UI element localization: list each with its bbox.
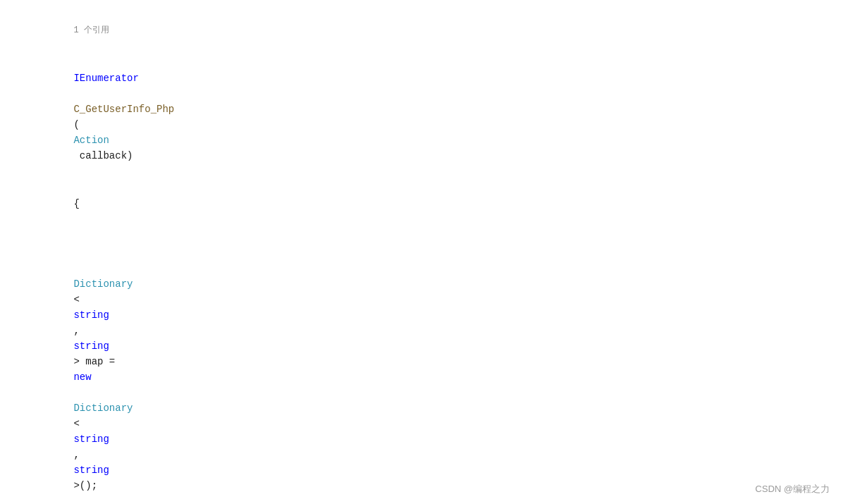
type-action: Action xyxy=(73,135,109,146)
fn-name: C_GetUserInfo_Php xyxy=(73,104,174,115)
ref-count: 1 个引用 xyxy=(73,25,109,35)
code-line-3: { xyxy=(0,180,841,228)
code-line-2: IEnumerator C_GetUserInfo_Php ( Action c… xyxy=(0,54,841,180)
code-line-ref: 1 个引用 xyxy=(0,6,841,54)
content-5: Dictionary < string , string > map = new… xyxy=(35,245,841,504)
content-4 xyxy=(35,228,841,244)
code-line-4 xyxy=(0,228,841,245)
content-3: { xyxy=(35,180,841,227)
watermark: CSDN @编程之力 xyxy=(755,483,830,496)
code-line-5: Dictionary < string , string > map = new… xyxy=(0,245,841,504)
line-content: 1 个引用 xyxy=(35,6,841,54)
plain-space xyxy=(73,88,79,99)
kw-ienumerator: IEnumerator xyxy=(73,73,138,84)
content-2: IEnumerator C_GetUserInfo_Php ( Action c… xyxy=(35,55,841,179)
code-container: 1 个引用 IEnumerator C_GetUserInfo_Php ( Ac… xyxy=(0,0,841,504)
